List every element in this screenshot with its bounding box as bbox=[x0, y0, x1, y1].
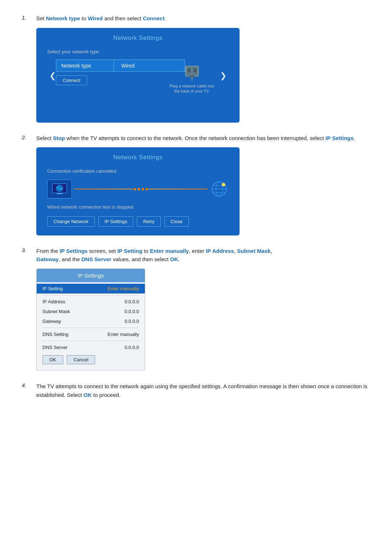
cancel-button[interactable]: Cancel bbox=[67, 355, 95, 364]
step1-network-type-label: Network type bbox=[46, 15, 80, 21]
ip-setting-value: Enter manually bbox=[107, 286, 139, 291]
step-4-content: The TV attempts to connect to the networ… bbox=[36, 382, 370, 399]
connect-button[interactable]: Connect bbox=[56, 75, 87, 85]
subnet-mask-label: Subnet Mask bbox=[42, 309, 70, 314]
gateway-label: Gateway bbox=[42, 319, 61, 324]
step-number-1: 1. bbox=[22, 15, 30, 21]
globe-icon bbox=[211, 180, 228, 198]
step1-inner-row: ❮ Network type Wired Connect ❯ bbox=[47, 59, 229, 92]
ok-button[interactable]: OK bbox=[42, 355, 63, 364]
ip-address-value: 0.0.0.0 bbox=[124, 299, 139, 304]
divider-3 bbox=[42, 341, 139, 341]
step-1: 1. Set Network type to Wired and then se… bbox=[22, 15, 370, 123]
ethernet-icon bbox=[183, 65, 201, 82]
step-1-text: Set Network type to Wired and then selec… bbox=[36, 15, 370, 23]
network-type-label-cell: Network type bbox=[56, 59, 114, 72]
svg-rect-2 bbox=[193, 68, 196, 73]
ip-setting-row[interactable]: IP Setting Enter manually bbox=[37, 284, 145, 294]
dns-setting-row[interactable]: DNS Setting Enter manually bbox=[37, 329, 145, 339]
divider-2 bbox=[42, 328, 139, 328]
step1-wired-label: Wired bbox=[88, 15, 103, 21]
step-3-content: From the IP Settings screen, set IP Sett… bbox=[36, 247, 370, 370]
step3-ip-setting-ref: IP Setting bbox=[117, 248, 142, 254]
ip-settings-button[interactable]: IP Settings bbox=[98, 216, 134, 227]
dot-4 bbox=[146, 188, 148, 190]
step1-connect-label: Connect bbox=[143, 15, 164, 21]
step1-screen-label: Select your network type. bbox=[47, 49, 229, 54]
dns-setting-label: DNS Setting bbox=[42, 332, 69, 337]
svg-rect-6 bbox=[57, 193, 62, 194]
step2-screen-body: Connection verification cancelled. bbox=[36, 165, 240, 235]
ip-settings-title: IP Settings bbox=[37, 269, 145, 282]
ip-address-label: IP Address bbox=[42, 299, 65, 304]
step-3: 3. From the IP Settings screen, set IP S… bbox=[22, 247, 370, 370]
step-number-4: 4. bbox=[22, 382, 30, 388]
dots-line bbox=[72, 188, 210, 190]
dot-2 bbox=[138, 188, 140, 190]
step3-ok-ref: OK bbox=[170, 256, 179, 262]
step3-dns-server-ref: DNS Server bbox=[81, 256, 111, 262]
network-type-row: Network type Wired bbox=[56, 59, 185, 72]
dns-server-row[interactable]: DNS Server 0.0.0.0 bbox=[37, 342, 145, 352]
svg-rect-3 bbox=[189, 75, 195, 78]
step-2-text: Select Stop when the TV attempts to conn… bbox=[36, 134, 370, 143]
globe-area bbox=[210, 180, 229, 198]
step2-stop-label: Stop bbox=[53, 135, 65, 141]
wired-stopped-text: Wired network connection test is stopped… bbox=[47, 204, 229, 210]
dot-1 bbox=[134, 188, 136, 190]
gateway-value: 0.0.0.0 bbox=[124, 319, 139, 324]
change-network-button[interactable]: Change Network bbox=[47, 216, 95, 227]
step2-screen-title: Network Settings bbox=[36, 147, 240, 165]
svg-point-16 bbox=[222, 184, 225, 186]
dns-server-value: 0.0.0.0 bbox=[124, 345, 139, 350]
retry-button[interactable]: Retry bbox=[137, 216, 160, 227]
step1-screen-body: Select your network type. ❮ Network type… bbox=[36, 45, 240, 123]
left-arrow-icon[interactable]: ❮ bbox=[49, 71, 56, 81]
tv-icon-svg bbox=[52, 183, 68, 195]
step-1-content: Set Network type to Wired and then selec… bbox=[36, 15, 370, 123]
ip-btn-row: OK Cancel bbox=[37, 352, 145, 369]
step2-ip-settings-label: IP Settings bbox=[326, 135, 354, 141]
step-4: 4. The TV attempts to connect to the net… bbox=[22, 382, 370, 399]
tv-screen-icon bbox=[47, 180, 72, 198]
action-buttons: Change Network IP Settings Retry Close bbox=[47, 216, 229, 227]
step4-ok-ref: OK bbox=[83, 392, 92, 398]
step-4-text: The TV attempts to connect to the networ… bbox=[36, 382, 370, 399]
connection-status-text: Connection verification cancelled. bbox=[47, 168, 229, 174]
ip-settings-box: IP Settings IP Setting Enter manually IP… bbox=[36, 268, 145, 370]
close-button[interactable]: Close bbox=[164, 216, 189, 227]
svg-rect-0 bbox=[185, 66, 199, 76]
ip-setting-label: IP Setting bbox=[42, 286, 63, 291]
connection-animation bbox=[47, 180, 229, 198]
step-2: 2. Select Stop when the TV attempts to c… bbox=[22, 134, 370, 236]
step3-ip-settings-ref: IP Settings bbox=[60, 248, 87, 254]
dns-server-label: DNS Server bbox=[42, 345, 68, 350]
step3-subnet-mask-ref: Subnet Mask bbox=[237, 248, 271, 254]
step1-tv-screen: Network Settings Select your network typ… bbox=[36, 28, 240, 123]
gateway-row[interactable]: Gateway 0.0.0.0 bbox=[37, 316, 145, 326]
step3-enter-manually-ref: Enter manually bbox=[150, 248, 189, 254]
subnet-mask-value: 0.0.0.0 bbox=[124, 309, 139, 314]
ethernet-area: Plug a network cable intothe back of you… bbox=[170, 65, 214, 94]
step3-ip-address-ref: IP Address bbox=[206, 248, 234, 254]
ip-settings-body: IP Setting Enter manually IP Address 0.0… bbox=[37, 282, 145, 370]
step-number-2: 2. bbox=[22, 134, 30, 140]
step-number-3: 3. bbox=[22, 247, 30, 253]
dot-3 bbox=[142, 188, 144, 190]
svg-rect-1 bbox=[188, 68, 191, 73]
dns-setting-value: Enter manually bbox=[107, 332, 139, 337]
divider-1 bbox=[42, 295, 139, 295]
step3-gateway-ref: Gateway bbox=[36, 256, 59, 262]
right-arrow-icon[interactable]: ❯ bbox=[220, 71, 226, 81]
subnet-mask-row[interactable]: Subnet Mask 0.0.0.0 bbox=[37, 307, 145, 316]
step-3-text: From the IP Settings screen, set IP Sett… bbox=[36, 247, 370, 263]
step-2-content: Select Stop when the TV attempts to conn… bbox=[36, 134, 370, 236]
ethernet-caption: Plug a network cable intothe back of you… bbox=[170, 83, 214, 94]
step1-screen-title: Network Settings bbox=[36, 28, 240, 45]
ip-address-row[interactable]: IP Address 0.0.0.0 bbox=[37, 297, 145, 307]
step2-tv-screen: Network Settings Connection verification… bbox=[36, 147, 240, 235]
